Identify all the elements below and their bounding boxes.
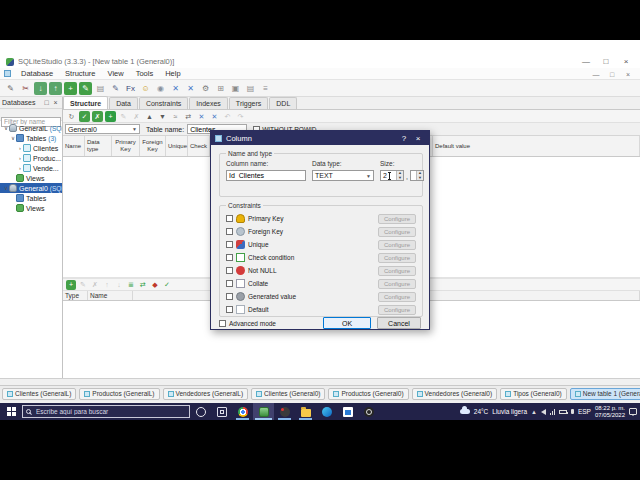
close-window-icon[interactable]: ✕ bbox=[169, 82, 182, 95]
cancel-button[interactable]: Cancel bbox=[377, 317, 421, 329]
mdi-tab-productos-general0[interactable]: Productos (General0) bbox=[328, 388, 408, 400]
notification-center-icon[interactable] bbox=[629, 408, 637, 415]
col-header-primary-key[interactable]: Primary Key bbox=[112, 136, 140, 156]
rollback-structure-icon[interactable]: ✗ bbox=[92, 111, 103, 122]
constraint-checkbox[interactable] bbox=[226, 306, 233, 313]
taskbar-search[interactable] bbox=[22, 405, 190, 418]
taskbar-explorer-button[interactable] bbox=[295, 403, 316, 420]
ok-button[interactable]: OK bbox=[323, 317, 371, 329]
taskbar-obs-studio-button[interactable] bbox=[358, 403, 379, 420]
col-header-foreign-key[interactable]: Foreign Key bbox=[140, 136, 166, 156]
mdi-restore-button[interactable]: □ bbox=[604, 69, 620, 79]
mdi-child-icon[interactable] bbox=[4, 70, 11, 77]
menu-item[interactable]: Database bbox=[15, 69, 59, 78]
tray-chevron-up-icon[interactable]: ▲ bbox=[531, 409, 537, 415]
configure-button[interactable]: Configure bbox=[378, 279, 416, 289]
clock[interactable]: 08:22 p. m. 07/05/2022 bbox=[595, 405, 625, 419]
start-button[interactable] bbox=[0, 403, 22, 420]
taskbar-obs-button[interactable] bbox=[274, 403, 295, 420]
configure-button[interactable]: Configure bbox=[378, 266, 416, 276]
configure-button[interactable]: Configure bbox=[378, 292, 416, 302]
new-sql-editor-icon[interactable]: ▤ bbox=[94, 82, 107, 95]
undo-icon[interactable]: ↶ bbox=[222, 111, 233, 122]
tree-item-views-1[interactable]: Views bbox=[0, 173, 62, 183]
close-other-windows-icon[interactable]: ✕ bbox=[209, 111, 220, 122]
col-header-default-value[interactable]: Default value bbox=[433, 136, 640, 156]
tab-indexes[interactable]: Indexes bbox=[189, 97, 228, 109]
convert-table-icon[interactable]: ⇄ bbox=[183, 111, 194, 122]
edit-database-icon[interactable]: ✎ bbox=[79, 82, 92, 95]
dialog-close-button[interactable]: × bbox=[411, 131, 425, 145]
menu-item[interactable]: Structure bbox=[59, 69, 101, 78]
tab-structure[interactable]: Structure bbox=[63, 96, 108, 109]
extensions-icon[interactable]: ◉ bbox=[154, 82, 167, 95]
add-index-icon[interactable]: ≣ bbox=[126, 280, 136, 290]
disconnect-db-icon[interactable]: ✂ bbox=[19, 82, 32, 95]
import-db-icon[interactable]: ↓ bbox=[34, 82, 47, 95]
data-type-combo[interactable]: TEXT ▼ bbox=[312, 170, 374, 181]
add-database-icon[interactable]: + bbox=[64, 82, 77, 95]
add-column-icon[interactable]: + bbox=[105, 111, 116, 122]
tree-item-generall[interactable]: ∨ GeneralL (SQLite 3 bbox=[0, 123, 62, 133]
taskbar-sqlitestudio-button[interactable] bbox=[253, 403, 274, 420]
tab-ddl[interactable]: DDL bbox=[269, 97, 297, 109]
layout-rows-icon[interactable]: ▤ bbox=[244, 82, 257, 95]
constraint-checkbox[interactable] bbox=[226, 293, 233, 300]
dialog-help-button[interactable]: ? bbox=[397, 131, 411, 145]
mdi-tab-tipos-general0[interactable]: Tipos (General0) bbox=[500, 388, 567, 400]
tree-item-productos[interactable]: › Produc... bbox=[0, 153, 62, 163]
delete-column-icon[interactable]: ✗ bbox=[131, 111, 142, 122]
move-item-up-icon[interactable]: ↑ bbox=[102, 280, 112, 290]
edit-column-icon[interactable]: ✎ bbox=[118, 111, 129, 122]
constraint-checkbox[interactable] bbox=[226, 254, 233, 261]
battery-icon[interactable] bbox=[559, 410, 567, 414]
configure-button[interactable]: Configure bbox=[378, 214, 416, 224]
network-icon[interactable] bbox=[550, 409, 555, 415]
configure-button[interactable]: Configure bbox=[378, 253, 416, 263]
constraint-checkbox[interactable] bbox=[226, 215, 233, 222]
microphone-icon[interactable] bbox=[571, 409, 574, 414]
taskbar-taskview-button[interactable] bbox=[211, 403, 232, 420]
constraint-checkbox[interactable] bbox=[226, 267, 233, 274]
taskbar-cortana-button[interactable] bbox=[190, 403, 211, 420]
collation-editor-icon[interactable]: ☺ bbox=[139, 82, 152, 95]
weather-temperature[interactable]: 24°C bbox=[474, 408, 489, 415]
similar-table-icon[interactable]: ≈ bbox=[170, 111, 181, 122]
move-column-up-icon[interactable]: ▲ bbox=[144, 111, 155, 122]
database-combo[interactable]: General0 ▼ bbox=[65, 124, 140, 134]
close-button[interactable]: × bbox=[616, 55, 636, 67]
add-unique-icon[interactable]: ◆ bbox=[150, 280, 160, 290]
commit-structure-icon[interactable]: ✓ bbox=[79, 111, 90, 122]
layout-grid-icon[interactable]: ⊞ bbox=[214, 82, 227, 95]
col-header-unique[interactable]: Unique bbox=[166, 136, 188, 156]
sub-header-name[interactable]: Name bbox=[88, 291, 133, 300]
add-foreign-key-icon[interactable]: ⇄ bbox=[138, 280, 148, 290]
tree-item-clientes[interactable]: › Clientes bbox=[0, 143, 62, 153]
col-header-data-type[interactable]: Data type bbox=[85, 136, 112, 156]
move-item-down-icon[interactable]: ↓ bbox=[114, 280, 124, 290]
precision-spinbox[interactable]: ▲▼ bbox=[410, 170, 424, 181]
tree-item-tables-1[interactable]: ∨ Tables (3) bbox=[0, 133, 62, 143]
column-name-input[interactable] bbox=[226, 170, 306, 181]
connect-db-icon[interactable]: ✎ bbox=[4, 82, 17, 95]
move-column-down-icon[interactable]: ▼ bbox=[157, 111, 168, 122]
tree-item-views-2[interactable]: Views bbox=[0, 203, 62, 213]
mdi-tab-vendedores-general0[interactable]: Vendedores (General0) bbox=[412, 388, 498, 400]
configure-button[interactable]: Configure bbox=[378, 240, 416, 250]
dialog-title-bar[interactable]: Column ? × bbox=[211, 131, 429, 145]
redo-icon[interactable]: ↷ bbox=[235, 111, 246, 122]
tree-item-general0[interactable]: ∨ General0 (SQLite 3 bbox=[0, 183, 62, 193]
tree-item-vendedores[interactable]: › Vende... bbox=[0, 163, 62, 173]
edit-item-icon[interactable]: ✎ bbox=[78, 280, 88, 290]
mdi-tab-new-table-1[interactable]: New table 1 (General0) bbox=[570, 388, 640, 400]
detach-window-icon[interactable]: ✕ bbox=[196, 111, 207, 122]
close-panel-icon[interactable]: × bbox=[51, 99, 60, 106]
mdi-minimize-button[interactable]: — bbox=[588, 69, 604, 79]
taskbar-edge-button[interactable] bbox=[316, 403, 337, 420]
tab-data[interactable]: Data bbox=[109, 97, 138, 109]
menu-item[interactable]: View bbox=[102, 69, 130, 78]
add-item-icon[interactable]: + bbox=[66, 280, 76, 290]
weather-description[interactable]: Lluvia ligera bbox=[492, 408, 527, 415]
col-header-name[interactable]: Name bbox=[63, 136, 85, 156]
menu-item[interactable]: Help bbox=[159, 69, 186, 78]
